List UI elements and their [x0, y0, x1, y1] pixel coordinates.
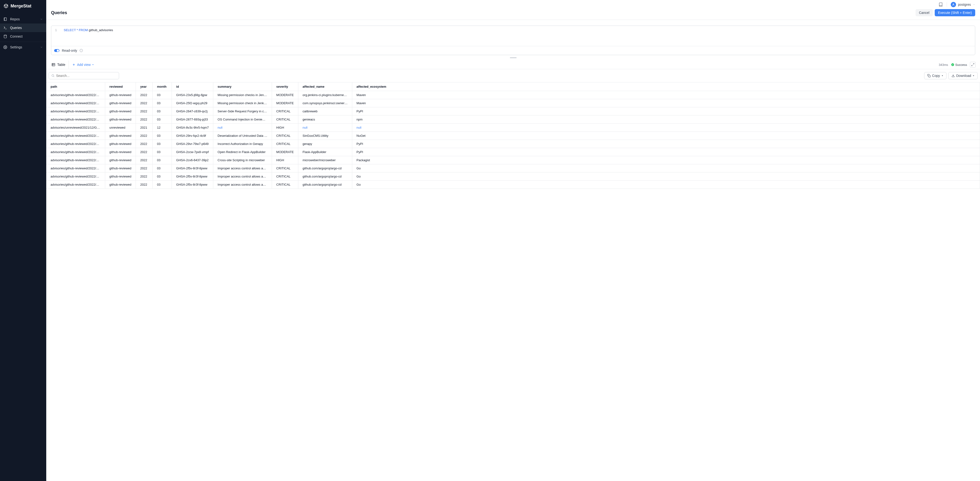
- code-line[interactable]: SELECT * FROM github_advisories: [61, 26, 975, 46]
- table-cell[interactable]: advisories/github-reviewed/2022/03/...: [46, 107, 105, 116]
- table-cell[interactable]: PyPI: [352, 148, 980, 156]
- table-cell[interactable]: Maven: [352, 91, 980, 99]
- table-row[interactable]: advisories/github-reviewed/2022/03/...gi…: [46, 99, 980, 107]
- sidebar-item-repos[interactable]: Repos: [0, 15, 46, 24]
- table-cell[interactable]: PyPI: [352, 107, 980, 116]
- table-cell[interactable]: Improper access control allows admin ...: [213, 181, 272, 189]
- table-cell[interactable]: advisories/github-reviewed/2022/03/...: [46, 173, 105, 181]
- table-cell[interactable]: 03: [153, 181, 172, 189]
- sidebar-item-connect[interactable]: Connect: [0, 32, 46, 41]
- table-cell[interactable]: NuGet: [352, 132, 980, 140]
- table-row[interactable]: advisories/github-reviewed/2022/03/...gi…: [46, 91, 980, 99]
- table-cell[interactable]: 2022: [136, 116, 153, 124]
- table-cell[interactable]: CRITICAL: [272, 116, 298, 124]
- table-cell[interactable]: MODERATE: [272, 99, 298, 107]
- table-cell[interactable]: advisories/github-reviewed/2022/03/...: [46, 116, 105, 124]
- table-cell[interactable]: 2022: [136, 132, 153, 140]
- col-header[interactable]: affected_name: [298, 83, 352, 91]
- table-cell[interactable]: advisories/github-reviewed/2022/03/...: [46, 91, 105, 99]
- table-cell[interactable]: Missing permission checks in Jenkins k..…: [213, 91, 272, 99]
- copy-button[interactable]: Copy: [924, 72, 947, 79]
- table-cell[interactable]: GHSA-2f5v-8r3f-8pww: [172, 173, 213, 181]
- table-cell[interactable]: advisories/github-reviewed/2022/03/...: [46, 148, 105, 156]
- table-cell[interactable]: CRITICAL: [272, 132, 298, 140]
- table-cell[interactable]: CRITICAL: [272, 107, 298, 116]
- table-cell[interactable]: github.com/argoproj/argo-cd: [298, 164, 352, 173]
- table-cell[interactable]: 03: [153, 156, 172, 164]
- table-row[interactable]: advisories/github-reviewed/2022/03/...gi…: [46, 173, 980, 181]
- table-cell[interactable]: Open Redirect in Flask-AppBuilder: [213, 148, 272, 156]
- table-cell[interactable]: CRITICAL: [272, 140, 298, 148]
- col-header[interactable]: year: [136, 83, 153, 91]
- table-cell[interactable]: 2022: [136, 173, 153, 181]
- table-cell[interactable]: GHSA-29rv-fqx2-4c9f: [172, 132, 213, 140]
- table-cell[interactable]: org.jenkins-ci.plugins:kubernetes-cd: [298, 91, 352, 99]
- table-cell[interactable]: advisories/github-reviewed/2022/03/...: [46, 164, 105, 173]
- search-input[interactable]: [56, 74, 116, 78]
- table-cell[interactable]: github-reviewed: [105, 107, 136, 116]
- table-cell[interactable]: 2022: [136, 140, 153, 148]
- table-cell[interactable]: 03: [153, 116, 172, 124]
- table-cell[interactable]: 2022: [136, 148, 153, 156]
- expand-button[interactable]: [970, 62, 976, 68]
- table-cell[interactable]: 03: [153, 148, 172, 156]
- table-cell[interactable]: github-reviewed: [105, 116, 136, 124]
- table-cell[interactable]: Improper access control allows admin ...: [213, 164, 272, 173]
- table-cell[interactable]: github-reviewed: [105, 91, 136, 99]
- table-cell[interactable]: HIGH: [272, 124, 298, 132]
- drag-handle[interactable]: [46, 55, 980, 60]
- table-cell[interactable]: com.synopsys.jenkinsci:ownership: [298, 99, 352, 107]
- sidebar-item-queries[interactable]: Queries: [0, 24, 46, 32]
- table-cell[interactable]: 03: [153, 91, 172, 99]
- download-button[interactable]: Download: [948, 72, 978, 79]
- table-cell[interactable]: 03: [153, 107, 172, 116]
- table-row[interactable]: advisories/github-reviewed/2022/03/...gi…: [46, 181, 980, 189]
- table-row[interactable]: advisories/github-reviewed/2022/03/...gi…: [46, 107, 980, 116]
- table-cell[interactable]: Deserialization of Untrusted Data in Si.…: [213, 132, 272, 140]
- table-cell[interactable]: advisories/github-reviewed/2022/03/...: [46, 132, 105, 140]
- user-menu[interactable]: postgres: [951, 2, 975, 7]
- table-cell[interactable]: Incorrect Authorization in Gerapy: [213, 140, 272, 148]
- col-header[interactable]: id: [172, 83, 213, 91]
- table-cell[interactable]: npm: [352, 116, 980, 124]
- sidebar-item-settings[interactable]: Settings: [0, 43, 46, 51]
- readonly-toggle[interactable]: [54, 49, 59, 52]
- table-cell[interactable]: github-reviewed: [105, 148, 136, 156]
- table-row[interactable]: advisories/github-reviewed/2022/03/...gi…: [46, 140, 980, 148]
- table-cell[interactable]: Go: [352, 181, 980, 189]
- search-box[interactable]: [49, 72, 119, 79]
- table-cell[interactable]: github-reviewed: [105, 99, 136, 107]
- table-cell[interactable]: CRITICAL: [272, 164, 298, 173]
- col-header[interactable]: summary: [213, 83, 272, 91]
- table-cell[interactable]: null: [352, 124, 980, 132]
- add-view-button[interactable]: Add view: [69, 60, 97, 69]
- table-cell[interactable]: github.com/argoproj/argo-cd: [298, 181, 352, 189]
- table-cell[interactable]: GHSA-2cv6-6437-39p2: [172, 156, 213, 164]
- table-cell[interactable]: advisories/github-reviewed/2022/03/...: [46, 181, 105, 189]
- table-cell[interactable]: GHSA-8v3c-9hr5-hqm7: [172, 124, 213, 132]
- execute-button[interactable]: Execute (Shift + Enter): [935, 9, 975, 16]
- editor-content[interactable]: 1 SELECT * FROM github_advisories: [51, 26, 975, 46]
- table-cell[interactable]: Maven: [352, 99, 980, 107]
- table-cell[interactable]: 2022: [136, 99, 153, 107]
- col-header[interactable]: path: [46, 83, 105, 91]
- table-row[interactable]: advisories/github-reviewed/2022/03/...gi…: [46, 148, 980, 156]
- table-cell[interactable]: null: [213, 124, 272, 132]
- table-cell[interactable]: Server-Side Request Forgery in calibre..…: [213, 107, 272, 116]
- table-cell[interactable]: 12: [153, 124, 172, 132]
- table-cell[interactable]: PyPI: [352, 140, 980, 148]
- table-cell[interactable]: 03: [153, 173, 172, 181]
- table-cell[interactable]: advisories/github-reviewed/2022/03/...: [46, 99, 105, 107]
- col-header[interactable]: reviewed: [105, 83, 136, 91]
- table-cell[interactable]: advisories/github-reviewed/2022/03/...: [46, 156, 105, 164]
- table-cell[interactable]: advisories/unreviewed/2021/12/GHSA...: [46, 124, 105, 132]
- table-cell[interactable]: 03: [153, 99, 172, 107]
- table-cell[interactable]: calibreweb: [298, 107, 352, 116]
- table-row[interactable]: advisories/unreviewed/2021/12/GHSA...unr…: [46, 124, 980, 132]
- table-cell[interactable]: GHSA-2f5v-8r3f-8pww: [172, 164, 213, 173]
- table-cell[interactable]: 03: [153, 132, 172, 140]
- table-cell[interactable]: microweber/microweber: [298, 156, 352, 164]
- table-row[interactable]: advisories/github-reviewed/2022/03/...gi…: [46, 116, 980, 124]
- results-table-wrap[interactable]: path reviewed year month id summary seve…: [46, 82, 980, 481]
- table-cell[interactable]: 2022: [136, 156, 153, 164]
